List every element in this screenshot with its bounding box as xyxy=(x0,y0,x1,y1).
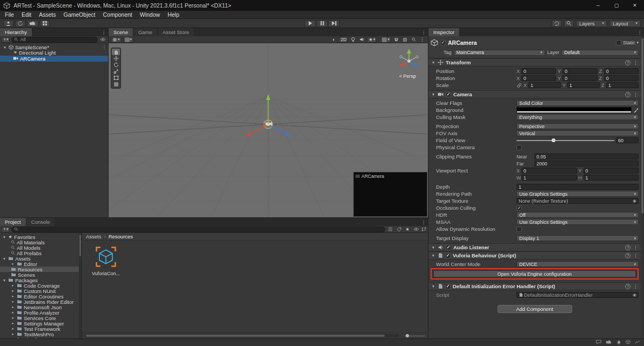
menu-icon[interactable]: ⋮ xyxy=(633,245,638,250)
help-icon[interactable]: ? xyxy=(625,245,630,250)
thumbnail-zoom-slider[interactable] xyxy=(405,334,425,338)
menu-icon[interactable]: ⋮ xyxy=(633,253,638,258)
package-folder[interactable]: ▸ Timeline xyxy=(0,337,82,338)
statusbar-package-icon[interactable] xyxy=(626,340,630,345)
statusbar-bell-icon[interactable] xyxy=(616,340,621,346)
audio-listener-enabled-checkbox[interactable]: ✓ xyxy=(446,245,451,250)
play-button[interactable] xyxy=(305,20,316,27)
script-object-field[interactable]: DefaultInitializationErrorHandler ◉ xyxy=(516,292,639,298)
help-icon[interactable]: ? xyxy=(625,92,630,97)
clipping-far-field[interactable]: 2000 xyxy=(534,161,639,167)
menu-edit[interactable]: Edit xyxy=(18,11,35,18)
refresh-icon[interactable] xyxy=(552,20,562,27)
position-z-field[interactable]: 0 xyxy=(604,68,639,74)
static-checkbox[interactable] xyxy=(616,40,621,45)
snap-magnet-icon[interactable] xyxy=(393,37,400,43)
tab-inspector[interactable]: Inspector xyxy=(428,28,460,36)
create-add-button[interactable]: +▾ xyxy=(2,37,10,43)
rotation-y-field[interactable]: 0 xyxy=(562,75,597,81)
menu-help[interactable]: Help xyxy=(164,11,183,18)
package-folder[interactable]: ▸ Code Coverage xyxy=(0,283,82,288)
open-vuforia-configuration-button[interactable]: Open Vuforia Engine configuration xyxy=(433,270,636,277)
debug-mode-dropdown[interactable]: ▾ xyxy=(123,37,134,43)
camera-view-icon[interactable]: ◐ xyxy=(330,37,337,43)
gameobject-enabled-checkbox[interactable]: ✓ xyxy=(440,40,446,45)
account-icon[interactable] xyxy=(3,20,14,27)
panel-menu-icon[interactable]: ⋮ xyxy=(419,28,428,36)
statusbar-activity-icon[interactable] xyxy=(635,340,640,345)
target-display-dropdown[interactable]: Display 1▾ xyxy=(516,235,639,241)
scale-z-field[interactable]: 1 xyxy=(606,82,639,88)
create-add-button[interactable]: +▾ xyxy=(2,227,10,232)
hierarchy-search-input[interactable]: All xyxy=(11,37,98,43)
menu-gameobject[interactable]: GameObject xyxy=(60,11,99,18)
clipping-near-field[interactable]: 0.05 xyxy=(534,154,639,159)
object-picker-icon[interactable]: ◉ xyxy=(633,292,636,297)
statusbar-console-icon[interactable] xyxy=(596,340,601,345)
menu-window[interactable]: Window xyxy=(136,11,164,18)
search-by-label-icon[interactable] xyxy=(395,227,403,232)
grid-dropdown[interactable]: ▾ xyxy=(380,37,391,43)
scale-y-field[interactable]: 1 xyxy=(567,82,600,88)
tab-console[interactable]: Console xyxy=(26,218,56,226)
overflow-menu-icon[interactable]: ⋮ xyxy=(419,37,426,43)
menu-icon[interactable]: ⋮ xyxy=(633,92,638,97)
2d-toggle[interactable]: 2D xyxy=(339,37,348,43)
foldout-icon[interactable]: ▼ xyxy=(431,245,435,249)
projection-dropdown[interactable]: Perspective▾ xyxy=(516,123,639,129)
folder-editor[interactable]: ▸ Editor xyxy=(0,261,82,267)
services-grid-icon[interactable] xyxy=(40,20,50,27)
minimize-button[interactable]: ─ xyxy=(589,0,607,11)
tab-scene[interactable]: Scene xyxy=(109,28,133,36)
allow-dynamic-resolution-checkbox[interactable] xyxy=(516,227,522,232)
help-icon[interactable]: ? xyxy=(625,284,630,289)
package-folder[interactable]: ▸ Services Core xyxy=(0,315,82,321)
search-icon[interactable] xyxy=(564,20,574,27)
component-header-vuforia-behaviour[interactable]: ▼ ✓ Vuforia Behaviour (Script) ? ⋮ xyxy=(428,251,641,260)
package-folder[interactable]: ▸ Custom NUnit xyxy=(0,288,82,294)
package-folder[interactable]: ▸ Profile Analyzer xyxy=(0,310,82,315)
package-folder[interactable]: ▸ Editor Coroutines xyxy=(0,294,82,299)
effects-dropdown[interactable]: ★ ▾ xyxy=(367,37,377,43)
static-toggle[interactable]: Static ▾ xyxy=(616,40,639,45)
hidden-packages-icon[interactable] xyxy=(413,227,420,232)
scene-viewport[interactable]: < Persp ARCamera xyxy=(109,43,428,217)
close-button[interactable]: ✕ xyxy=(626,0,644,11)
target-texture-object-field[interactable]: None (Render Texture) ◉ xyxy=(516,198,639,204)
camera-enabled-checkbox[interactable]: ✓ xyxy=(446,92,451,97)
panel-menu-icon[interactable]: ⋮ xyxy=(635,28,644,36)
physical-camera-checkbox[interactable] xyxy=(516,145,522,150)
hierarchy-item-directional-light[interactable]: ☀ Directional Light xyxy=(0,50,108,56)
undo-history-icon[interactable] xyxy=(15,20,25,27)
statusbar-cloud-icon[interactable] xyxy=(606,340,612,345)
background-color-field[interactable] xyxy=(516,107,632,113)
tab-asset-store[interactable]: Asset Store xyxy=(158,28,194,36)
tab-project[interactable]: Project xyxy=(0,218,26,226)
position-x-field[interactable]: 0 xyxy=(521,68,556,74)
scene-search-icon[interactable] xyxy=(410,37,417,43)
assets-root-folder[interactable]: ▼ Assets xyxy=(0,256,82,261)
packages-root-folder[interactable]: ▼ Packages xyxy=(0,277,82,283)
step-button[interactable] xyxy=(328,20,340,27)
component-header-camera[interactable]: ▼ ✓ Camera ? ⋮ xyxy=(428,90,641,98)
layout-dropdown[interactable]: Layout ▾ xyxy=(609,20,641,27)
view-hand-tool[interactable] xyxy=(112,49,120,55)
error-handler-enabled-checkbox[interactable]: ✓ xyxy=(445,284,451,289)
layers-dropdown[interactable]: Layers ▾ xyxy=(576,20,607,27)
project-horizontal-scrollbar[interactable] xyxy=(85,334,399,337)
lighting-toggle-icon[interactable] xyxy=(350,37,357,43)
object-picker-icon[interactable]: ◉ xyxy=(633,198,636,203)
add-component-button[interactable]: Add Component xyxy=(498,305,572,313)
scale-tool[interactable] xyxy=(112,68,120,75)
panel-menu-icon[interactable]: ⋮ xyxy=(99,28,108,36)
depth-field[interactable]: 1 xyxy=(516,184,639,190)
package-folder[interactable]: ▸ TextMeshPro xyxy=(0,331,82,337)
favorite-all-prefabs[interactable]: All Prefabs xyxy=(0,250,82,256)
maximize-button[interactable]: ▢ xyxy=(607,0,626,11)
msaa-dropdown[interactable]: Use Graphics Settings▾ xyxy=(516,219,639,225)
component-header-audio-listener[interactable]: ▼ ✓ Audio Listener ? ⋮ xyxy=(428,243,641,251)
help-icon[interactable]: ? xyxy=(625,60,630,65)
viewport-x-field[interactable]: 0 xyxy=(521,168,577,174)
project-search-input[interactable] xyxy=(11,227,385,232)
foldout-icon[interactable]: ▼ xyxy=(431,284,435,288)
